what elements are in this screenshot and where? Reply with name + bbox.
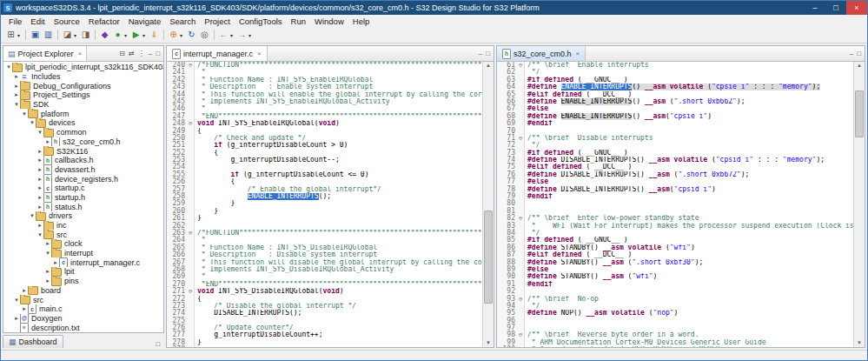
menu-configtools[interactable]: ConfigTools — [235, 17, 287, 26]
tree-item-lpit[interactable]: ▸lpit — [3, 267, 163, 277]
collapse-arrow-icon[interactable]: ▾ — [44, 250, 51, 257]
tree-item-startup-c[interactable]: ▸cstartup.c — [3, 184, 163, 193]
search-icon[interactable]: ◎ — [198, 29, 211, 41]
forward-icon[interactable]: → — [235, 29, 248, 41]
collapse-arrow-icon[interactable]: ▾ — [13, 101, 20, 108]
build-icon[interactable]: ◪ — [61, 29, 74, 41]
tab-s32-core-cm0-h[interactable]: h s32_core_cm0.h × — [497, 46, 586, 61]
close-button[interactable]: × — [846, 1, 867, 15]
tree-item-interrupt[interactable]: ▾interrupt — [3, 249, 163, 258]
expand-arrow-icon[interactable]: ▸ — [13, 73, 20, 80]
close-tab-icon[interactable]: × — [257, 50, 262, 57]
expand-arrow-icon[interactable]: ▸ — [36, 157, 43, 164]
collapse-arrow-icon[interactable]: ▾ — [36, 231, 43, 238]
tree-item-project-settings[interactable]: ▸Project_Settings — [3, 90, 163, 100]
tree-item-common[interactable]: ▾common — [3, 128, 163, 137]
save-all-icon[interactable]: ▥ — [42, 29, 55, 41]
expand-arrow-icon[interactable]: ▸ — [13, 315, 20, 322]
expand-arrow-icon[interactable]: ▸ — [44, 268, 51, 275]
scrollbar-1[interactable]: ▲ ▼ — [853, 62, 865, 347]
tree-item-device-registers-h[interactable]: ▸hdevice_registers.h — [3, 174, 163, 184]
expand-arrow-icon[interactable]: ▸ — [44, 138, 51, 145]
tree-item-s32k116[interactable]: ▸S32K116 — [3, 146, 163, 156]
fold-marker-icon[interactable]: ⊖ — [187, 288, 195, 295]
minimize-view-icon[interactable]: – — [479, 50, 482, 57]
collapse-all-icon[interactable]: ⊟ — [119, 50, 125, 57]
restore-view-icon[interactable]: □ — [156, 340, 160, 348]
update-icon[interactable]: ↻ — [185, 29, 198, 41]
maximize-view-icon[interactable]: □ — [156, 50, 160, 57]
link-editor-icon[interactable]: ⇄ — [129, 50, 135, 57]
collapse-arrow-icon[interactable]: ▾ — [5, 64, 12, 70]
menu-navigate[interactable]: Navigate — [124, 17, 166, 26]
expand-arrow-icon[interactable]: ▸ — [36, 204, 43, 211]
tab-dashboard[interactable]: ▦ Dashboard — [3, 335, 63, 348]
new-wizard-icon[interactable]: ◆ — [98, 29, 111, 41]
menu-project[interactable]: Project — [200, 17, 235, 26]
tab-project-explorer[interactable]: ▤ Project Explorer × — [3, 46, 87, 61]
configtools-icon[interactable]: ⊕ — [167, 29, 180, 41]
tree-item-main-c[interactable]: ▸cmain.c — [3, 304, 163, 314]
tree-item-src[interactable]: ▾src — [3, 295, 163, 304]
menu-window[interactable]: Window — [310, 17, 348, 26]
expand-arrow-icon[interactable]: ▸ — [21, 287, 28, 294]
expand-arrow-icon[interactable]: ▸ — [36, 194, 43, 201]
menu-refactor[interactable]: Refactor — [84, 17, 124, 26]
run-icon[interactable]: ▶ — [129, 29, 142, 41]
menu-source[interactable]: Source — [50, 17, 84, 26]
tree-item-platform[interactable]: ▾platform — [3, 109, 163, 118]
expand-arrow-icon[interactable]: ▸ — [44, 277, 51, 284]
fold-marker-icon[interactable]: ⊖ — [517, 296, 525, 303]
new-icon[interactable]: ⊞ — [4, 29, 17, 41]
expand-arrow-icon[interactable]: ▸ — [36, 148, 43, 155]
collapse-arrow-icon[interactable]: ▾ — [29, 212, 36, 219]
menu-search[interactable]: Search — [165, 17, 200, 26]
tree-item-sdk[interactable]: ▾SDK — [3, 100, 163, 110]
tree-item-callbacks-h[interactable]: ▸hcallbacks.h — [3, 156, 163, 165]
tree-item-doxygen[interactable]: ▸@Doxygen — [3, 314, 163, 324]
scroll-up-icon[interactable]: ▲ — [857, 62, 862, 70]
fold-marker-icon[interactable]: ⊖ — [187, 230, 195, 237]
save-icon[interactable]: ▣ — [29, 29, 42, 41]
fold-marker-icon[interactable]: ⊖ — [517, 331, 525, 338]
menu-edit[interactable]: Edit — [26, 17, 49, 26]
scrollbar-0[interactable]: ▲ ▼ — [482, 62, 494, 347]
debug-icon[interactable]: ● — [111, 29, 124, 41]
maximize-button[interactable]: □ — [825, 1, 846, 15]
menu-file[interactable]: File — [4, 17, 26, 26]
tree-item-devices[interactable]: ▾devices — [3, 118, 163, 128]
tree-item-clock[interactable]: ▸clock — [3, 239, 163, 249]
minimize-button[interactable]: – — [805, 1, 825, 15]
back-icon[interactable]: ← — [217, 29, 230, 41]
view-menu-icon[interactable]: ⋮ — [138, 50, 145, 57]
minimize-view-icon[interactable]: – — [850, 50, 853, 57]
tab-interrupt-manager-c[interactable]: c interrupt_manager.c × — [167, 46, 268, 61]
tree-item-pins[interactable]: ▸pins — [3, 277, 163, 286]
expand-arrow-icon[interactable]: ▸ — [21, 305, 28, 312]
tree-item-interrupt-manager-c[interactable]: ▸cinterrupt_manager.c — [3, 257, 163, 267]
collapse-arrow-icon[interactable]: ▾ — [36, 129, 43, 136]
fold-marker-icon[interactable]: ⊖ — [187, 62, 195, 69]
tree-item-src[interactable]: ▾src — [3, 230, 163, 239]
minimize-view-icon[interactable]: – — [149, 50, 152, 57]
maximize-view-icon[interactable]: □ — [486, 50, 490, 57]
expand-arrow-icon[interactable]: ▸ — [52, 259, 59, 266]
tree-item-devassert-h[interactable]: ▸hdevassert.h — [3, 165, 163, 175]
new-icon-caret[interactable]: ▾ — [17, 32, 23, 38]
tree-item-s32-core-cm0-h[interactable]: ▸hs32_core_cm0.h — [3, 137, 163, 147]
tree-item-description-txt[interactable]: ≡description.txt — [3, 323, 163, 332]
scroll-thumb[interactable] — [484, 211, 493, 304]
tree-item-inc[interactable]: ▸inc — [3, 221, 163, 231]
scroll-down-icon[interactable]: ▼ — [857, 339, 862, 347]
expand-arrow-icon[interactable]: ▸ — [36, 166, 43, 173]
fold-marker-icon[interactable]: ⊖ — [517, 215, 525, 222]
expand-arrow-icon[interactable]: ▸ — [13, 91, 20, 98]
tree-item-startup-h[interactable]: ▸hstartup.h — [3, 193, 163, 203]
expand-arrow-icon[interactable]: ▸ — [36, 176, 43, 183]
forward-icon-caret[interactable]: ▾ — [248, 32, 254, 38]
collapse-arrow-icon[interactable]: ▾ — [13, 297, 20, 304]
scroll-thumb[interactable] — [855, 90, 864, 137]
code-area-1[interactable]: 61⊖/** \brief Enable interrupts62 */63#i… — [497, 62, 853, 347]
tree-item-lpit-periodic-interrupt-s32k116-sdk403-debu[interactable]: ▾lpit_periodic_interrupt_s32k116_SDK403:… — [3, 63, 163, 72]
menu-help[interactable]: Help — [348, 17, 374, 26]
